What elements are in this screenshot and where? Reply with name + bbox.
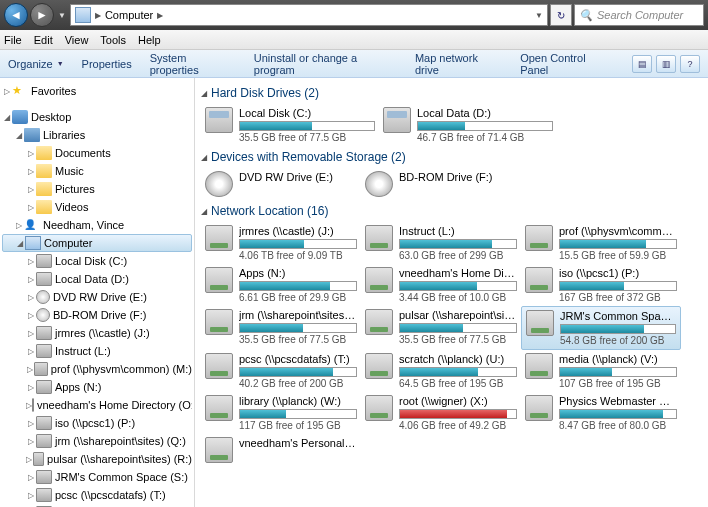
tree-computer[interactable]: ◢Computer bbox=[2, 234, 192, 252]
tree-drive[interactable]: ▷BD-ROM Drive (F:) bbox=[2, 306, 192, 324]
drive-item[interactable]: Physics Webmaster Web Space (Y:)8.47 GB … bbox=[521, 392, 681, 434]
drive-icon bbox=[205, 395, 233, 421]
drive-name: scratch (\\planck) (U:) bbox=[399, 353, 517, 365]
drive-item[interactable]: scratch (\\planck) (U:)64.5 GB free of 1… bbox=[361, 350, 521, 392]
toolbar: Organize▼ Properties System properties U… bbox=[0, 50, 708, 78]
back-button[interactable]: ◄ bbox=[4, 3, 28, 27]
tree-user[interactable]: ▷Needham, Vince bbox=[2, 216, 192, 234]
drive-item[interactable]: vneedham's Home Directory (O:)3.44 GB fr… bbox=[361, 264, 521, 306]
address-bar[interactable]: ▶ Computer ▶ ▼ bbox=[70, 4, 548, 26]
drive-icon bbox=[205, 171, 233, 197]
tree-desktop[interactable]: ◢Desktop bbox=[2, 108, 192, 126]
drive-freespace: 64.5 GB free of 195 GB bbox=[399, 378, 517, 389]
tree-favorites[interactable]: ▷Favorites bbox=[2, 82, 192, 100]
search-placeholder: Search Computer bbox=[597, 9, 683, 21]
menu-edit[interactable]: Edit bbox=[34, 34, 53, 46]
tree-documents[interactable]: ▷Documents bbox=[2, 144, 192, 162]
tree-videos[interactable]: ▷Videos bbox=[2, 198, 192, 216]
drive-icon bbox=[525, 267, 553, 293]
space-bar bbox=[239, 323, 357, 333]
drive-item[interactable]: jrmres (\\castle) (J:)4.06 TB free of 9.… bbox=[201, 222, 361, 264]
tree-music[interactable]: ▷Music bbox=[2, 162, 192, 180]
drive-icon bbox=[383, 107, 411, 133]
tree-drive[interactable]: ▷Instruct (L:) bbox=[2, 342, 192, 360]
refresh-button[interactable]: ↻ bbox=[550, 4, 572, 26]
space-bar bbox=[399, 409, 517, 419]
drive-item[interactable]: DVD RW Drive (E:) bbox=[201, 168, 361, 200]
drive-item[interactable]: jrm (\\sharepoint\sites) (Q:)35.5 GB fre… bbox=[201, 306, 361, 350]
space-bar bbox=[239, 281, 357, 291]
drive-item[interactable]: library (\\planck) (W:)117 GB free of 19… bbox=[201, 392, 361, 434]
preview-pane-button[interactable]: ▥ bbox=[656, 55, 676, 73]
search-icon: 🔍 bbox=[579, 9, 593, 22]
search-input[interactable]: 🔍 Search Computer bbox=[574, 4, 704, 26]
drive-icon bbox=[205, 267, 233, 293]
toolbar-control-panel[interactable]: Open Control Panel bbox=[520, 52, 614, 76]
menu-file[interactable]: File bbox=[4, 34, 22, 46]
tree-drive[interactable]: ▷Local Data (D:) bbox=[2, 270, 192, 288]
tree-drive[interactable]: ▷iso (\\pcsc1) (P:) bbox=[2, 414, 192, 432]
navigation-tree: ▷Favorites ◢Desktop ◢Libraries ▷Document… bbox=[0, 78, 195, 507]
tree-pictures[interactable]: ▷Pictures bbox=[2, 180, 192, 198]
menu-tools[interactable]: Tools bbox=[100, 34, 126, 46]
space-bar bbox=[399, 367, 517, 377]
tree-drive[interactable]: ▷jrm (\\sharepoint\sites) (Q:) bbox=[2, 432, 192, 450]
tree-drive[interactable]: ▷Local Disk (C:) bbox=[2, 252, 192, 270]
drive-item[interactable]: vneedham's Personal Web Space (Z:) bbox=[201, 434, 361, 466]
group-removable-header[interactable]: ◢Devices with Removable Storage (2) bbox=[201, 150, 702, 164]
drive-icon bbox=[365, 395, 393, 421]
drive-item[interactable]: BD-ROM Drive (F:) bbox=[361, 168, 521, 200]
drive-freespace: 6.61 GB free of 29.9 GB bbox=[239, 292, 357, 303]
drive-item[interactable]: pulsar (\\sharepoint\sites) (R:)35.5 GB … bbox=[361, 306, 521, 350]
drive-item[interactable]: Apps (N:)6.61 GB free of 29.9 GB bbox=[201, 264, 361, 306]
drive-item[interactable]: Instruct (L:)63.0 GB free of 299 GB bbox=[361, 222, 521, 264]
tree-drive[interactable]: ▷pulsar (\\sharepoint\sites) (R:) bbox=[2, 450, 192, 468]
tree-drive[interactable]: ▷DVD RW Drive (E:) bbox=[2, 288, 192, 306]
tree-drive[interactable]: ▷pcsc (\\pcscdatafs) (T:) bbox=[2, 486, 192, 504]
chevron-right-icon: ▶ bbox=[157, 11, 163, 20]
toolbar-system-properties[interactable]: System properties bbox=[150, 52, 236, 76]
drive-item[interactable]: media (\\planck) (V:)107 GB free of 195 … bbox=[521, 350, 681, 392]
drive-icon bbox=[205, 437, 233, 463]
space-bar bbox=[559, 239, 677, 249]
help-button[interactable]: ? bbox=[680, 55, 700, 73]
drive-freespace: 4.06 GB free of 49.2 GB bbox=[399, 420, 517, 431]
drive-name: pcsc (\\pcscdatafs) (T:) bbox=[239, 353, 357, 365]
space-bar bbox=[399, 323, 517, 333]
drive-freespace: 107 GB free of 195 GB bbox=[559, 378, 677, 389]
drive-icon bbox=[205, 309, 233, 335]
group-network-header[interactable]: ◢Network Location (16) bbox=[201, 204, 702, 218]
tree-drive[interactable]: ▷jrmres (\\castle) (J:) bbox=[2, 324, 192, 342]
group-hdd-header[interactable]: ◢Hard Disk Drives (2) bbox=[201, 86, 702, 100]
history-dropdown[interactable]: ▼ bbox=[56, 11, 68, 20]
drive-item[interactable]: root (\\wigner) (X:)4.06 GB free of 49.2… bbox=[361, 392, 521, 434]
drive-item[interactable]: JRM's Common Space (S:)54.8 GB free of 2… bbox=[521, 306, 681, 350]
toolbar-uninstall[interactable]: Uninstall or change a program bbox=[254, 52, 397, 76]
tree-drive[interactable]: ▷Apps (N:) bbox=[2, 378, 192, 396]
tree-drive[interactable]: ▷vneedham's Home Directory (O:) bbox=[2, 396, 192, 414]
drive-item[interactable]: pcsc (\\pcscdatafs) (T:)40.2 GB free of … bbox=[201, 350, 361, 392]
tree-libraries[interactable]: ◢Libraries bbox=[2, 126, 192, 144]
drive-icon bbox=[365, 309, 393, 335]
menu-view[interactable]: View bbox=[65, 34, 89, 46]
space-bar bbox=[559, 281, 677, 291]
space-bar bbox=[559, 409, 677, 419]
toolbar-properties[interactable]: Properties bbox=[82, 58, 132, 70]
drive-item[interactable]: iso (\\pcsc1) (P:)167 GB free of 372 GB bbox=[521, 264, 681, 306]
drive-item[interactable]: Local Data (D:)46.7 GB free of 71.4 GB bbox=[379, 104, 557, 146]
drive-item[interactable]: Local Disk (C:)35.5 GB free of 77.5 GB bbox=[201, 104, 379, 146]
drive-name: library (\\planck) (W:) bbox=[239, 395, 357, 407]
tree-drive[interactable]: ▷prof (\\physvm\common) (M:) bbox=[2, 360, 192, 378]
drive-icon bbox=[525, 225, 553, 251]
tree-drive[interactable]: ▷JRM's Common Space (S:) bbox=[2, 468, 192, 486]
space-bar bbox=[399, 281, 517, 291]
view-mode-button[interactable]: ▤ bbox=[632, 55, 652, 73]
organize-button[interactable]: Organize▼ bbox=[8, 58, 64, 70]
drive-item[interactable]: prof (\\physvm\common) (M:)15.5 GB free … bbox=[521, 222, 681, 264]
toolbar-map-drive[interactable]: Map network drive bbox=[415, 52, 502, 76]
forward-button[interactable]: ► bbox=[30, 3, 54, 27]
space-bar bbox=[239, 367, 357, 377]
drive-name: root (\\wigner) (X:) bbox=[399, 395, 517, 407]
chevron-down-icon[interactable]: ▼ bbox=[535, 11, 543, 20]
menu-help[interactable]: Help bbox=[138, 34, 161, 46]
